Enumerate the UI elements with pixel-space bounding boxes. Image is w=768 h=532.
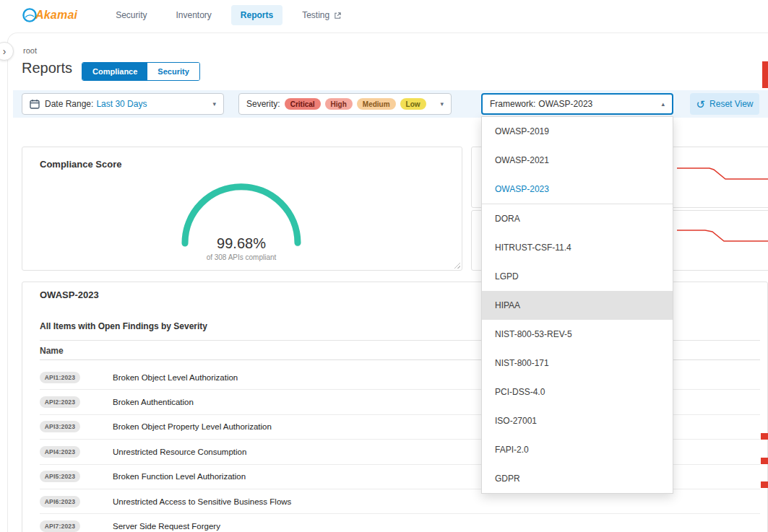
finding-name: Unrestricted Resource Consumption [113,448,246,456]
nav-item[interactable]: Security [106,5,156,25]
date-range-label: Date Range: [45,99,93,109]
api-id-badge: API5:2023 [40,471,80,482]
akamai-logo[interactable]: Akamai [22,7,77,23]
framework-label: Framework: [490,99,535,109]
framework-option[interactable]: DORA [482,204,673,233]
severity-label: Severity: [246,99,280,109]
main-nav: Security Inventory [106,5,351,25]
breadcrumb[interactable]: root [23,46,37,55]
severity-badge: Medium [357,98,396,110]
report-view-toggle: Compliance Security [82,62,200,81]
nav-item-label: Testing [302,10,329,20]
framework-option[interactable]: LGPD [482,262,673,291]
nav-item-label: Security [116,10,147,20]
chevron-up-icon: ▴ [657,100,665,108]
reset-view-label: Reset View [709,99,753,109]
logo-text: Akamai [35,9,77,22]
finding-name: Broken Authentication [113,398,194,406]
red-trend-sparkline [676,163,768,183]
severity-dropdown[interactable]: Severity: Critical High Medium Low ▾ [238,93,452,115]
severity-badge: High [325,98,353,110]
reset-view-button[interactable]: ↺ Reset View [690,93,759,115]
clipped-red-bar-fragment [762,61,768,88]
api-id-badge: API1:2023 [40,372,80,383]
clipped-severity-bar-fragment [761,481,768,488]
clipped-severity-bar-fragment [761,458,768,464]
calendar-icon [30,99,40,109]
clipped-severity-bar-fragment [761,433,768,440]
api-id-badge: API3:2023 [40,421,80,432]
api-id-badge: API6:2023 [40,496,80,507]
framework-option[interactable]: OWASP-2019 [482,117,673,146]
finding-name: Unrestricted Access to Sensitive Busines… [113,497,291,506]
filter-bar: Date Range: Last 30 Days ▾ Severity: Cri… [13,90,768,118]
nav-item-label: Reports [241,10,273,20]
severity-badge: Low [400,98,426,110]
findings-table-subtitle: All Items with Open Findings by Severity [40,321,207,331]
compliance-score-value: 99.68% [173,235,310,252]
view-toggle-button[interactable]: Security [147,63,199,80]
finding-name: Broken Object Level Authorization [113,373,238,382]
card-resize-handle[interactable] [452,261,460,269]
framework-option[interactable]: FAPI-2.0 [482,435,673,464]
nav-item[interactable]: Reports [231,5,282,25]
date-range-dropdown[interactable]: Date Range: Last 30 Days ▾ [22,93,224,115]
framework-option[interactable]: NIST-800-171 [482,349,673,378]
framework-option[interactable]: NIST-800-53-REV-5 [482,320,673,349]
external-link-icon [334,12,342,19]
chevron-down-icon: ▾ [208,100,216,108]
nav-item-label: Inventory [176,10,211,20]
compliance-score-card: Compliance Score 99.68% of 308 APIs comp… [22,147,462,271]
framework-option[interactable]: OWASP-2021 [482,146,673,175]
reset-history-icon: ↺ [696,99,705,110]
date-range-value: Last 30 Days [96,99,147,109]
framework-option[interactable]: PCI-DSS-4.0 [482,378,673,406]
finding-name: Server Side Request Forgery [113,522,220,531]
framework-option[interactable]: OWASP-2023 [482,175,673,204]
framework-option[interactable]: HITRUST-CSF-11.4 [482,233,673,262]
compliance-score-title: Compliance Score [40,159,121,170]
framework-value: OWASP-2023 [538,99,592,109]
nav-item[interactable]: Inventory [166,5,220,25]
owasp-section-title: OWASP-2023 [40,289,99,300]
framework-dropdown-menu: OWASP-2019 OWASP-2021 OWASP-2023 DORA HI… [481,116,673,494]
red-trend-sparkline [676,226,768,246]
table-row[interactable]: API7:2023 Server Side Request Forgery [40,514,760,532]
api-id-badge: API2:2023 [40,396,80,408]
compliance-score-caption: of 308 APIs compliant [173,253,310,261]
nav-item[interactable]: Testing [293,5,351,25]
framework-group-other: DORA HITRUST-CSF-11.4 LGPD HIPAA NIST-80… [482,204,673,493]
framework-dropdown-trigger[interactable]: Framework: OWASP-2023 ▴ [481,93,673,115]
api-id-badge: API4:2023 [40,446,80,458]
api-id-badge: API7:2023 [40,520,80,532]
view-toggle-button[interactable]: Compliance [82,63,147,80]
framework-option[interactable]: GDPR [482,464,673,493]
name-column-header: Name [40,346,64,356]
framework-option[interactable]: ISO-27001 [482,406,673,435]
severity-badges: Critical High Medium Low [280,98,426,110]
framework-group-owasp: OWASP-2019 OWASP-2021 OWASP-2023 [482,117,673,204]
top-navbar: Akamai Security Inventory [0,0,768,30]
finding-name: Broken Object Property Level Authorizati… [113,422,272,431]
finding-name: Broken Function Level Authorization [113,472,246,481]
chevron-down-icon: ▾ [436,100,444,108]
severity-badge: Critical [285,98,321,110]
framework-option[interactable]: HIPAA [482,291,673,320]
page-title: Reports [22,60,72,77]
